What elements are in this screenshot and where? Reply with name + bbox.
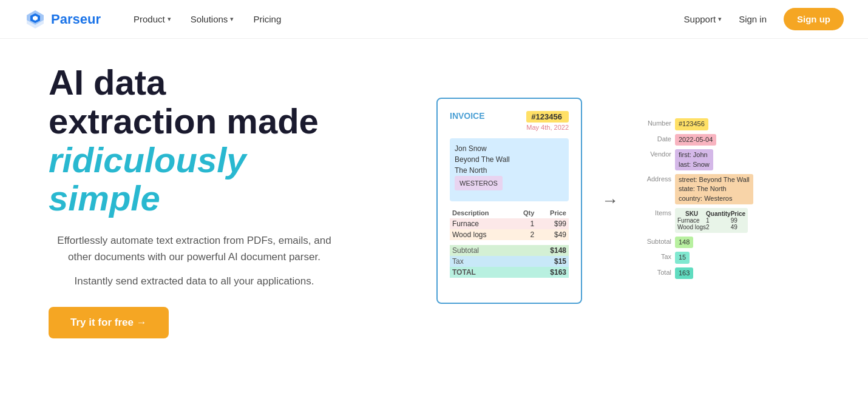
nav-pricing[interactable]: Pricing <box>245 9 290 29</box>
invoice-totals: Subtotal $148 Tax $15 TOTAL $163 <box>450 245 569 278</box>
nav-product[interactable]: Product ▾ <box>125 9 180 29</box>
ext-subtotal-row: Subtotal 148 <box>638 237 759 248</box>
solutions-chevron-icon: ▾ <box>230 15 234 23</box>
nav-solutions[interactable]: Solutions ▾ <box>182 9 243 29</box>
extraction-arrow-icon: → <box>602 191 619 210</box>
logo-text: Parseur <box>51 12 101 27</box>
ext-item-2: Wood logs 2 49 <box>677 224 745 230</box>
ext-total-row: Total 163 <box>638 267 759 279</box>
signin-button[interactable]: Sign in <box>731 9 774 29</box>
nav-links: Product ▾ Solutions ▾ Pricing <box>125 9 684 29</box>
invoice-card: INVOICE #123456 May 4th, 2022 Jon Snow B… <box>436 98 582 304</box>
invoice-vendor: Jon Snow Beyond The Wall The North WESTE… <box>450 138 569 202</box>
invoice-number: #123456 <box>526 111 569 123</box>
logo[interactable]: Parseur <box>24 8 101 30</box>
cta-button[interactable]: Try it for free → <box>49 307 169 338</box>
invoice-date: May 4th, 2022 <box>526 124 569 131</box>
ext-tax-row: Tax 15 <box>638 252 759 263</box>
product-chevron-icon: ▾ <box>168 15 171 23</box>
ext-address-row: Address street: Beyond The Wall state: T… <box>638 174 759 204</box>
support-chevron-icon: ▾ <box>718 15 722 23</box>
invoice-item-2: Wood logs 2 $49 <box>450 229 569 240</box>
nav-right: Support ▾ Sign in Sign up <box>684 8 844 30</box>
hero-content: AI data extraction made ridiculously sim… <box>49 63 340 338</box>
invoice-title: INVOICE <box>450 111 485 121</box>
nav-support[interactable]: Support ▾ <box>684 14 722 24</box>
hero-title: AI data extraction made ridiculously sim… <box>49 63 340 218</box>
demo-visual: INVOICE #123456 May 4th, 2022 Jon Snow B… <box>376 98 819 304</box>
invoice-subtotal: Subtotal $148 <box>450 245 569 256</box>
ext-date-row: Date 2022-05-04 <box>638 134 759 146</box>
invoice-tax: Tax $15 <box>450 256 569 267</box>
ext-number-row: Number #123456 <box>638 118 759 130</box>
hero-description: Effortlessly automate text extraction fr… <box>49 232 340 265</box>
navigation: Parseur Product ▾ Solutions ▾ Pricing Su… <box>0 0 868 39</box>
ext-vendor-row: Vendor first: John last: Snow <box>638 149 759 170</box>
invoice-items-table: Description Qty Price Furnace 1 $99 Wood… <box>450 207 569 240</box>
ext-items-row: Items SKU Quantity Price Furnace <box>638 208 759 233</box>
extracted-data-panel: Number #123456 Date 2022-05-04 Vendor fi… <box>638 118 759 283</box>
ext-item-1: Furnace 1 99 <box>677 217 745 224</box>
hero-section: AI data extraction made ridiculously sim… <box>0 39 868 351</box>
ext-items-table: SKU Quantity Price Furnace 1 99 <box>675 208 748 233</box>
hero-description2: Instantly send extracted data to all you… <box>49 275 340 287</box>
signup-button[interactable]: Sign up <box>784 8 844 30</box>
invoice-item-1: Furnace 1 $99 <box>450 218 569 229</box>
invoice-total: TOTAL $163 <box>450 267 569 278</box>
